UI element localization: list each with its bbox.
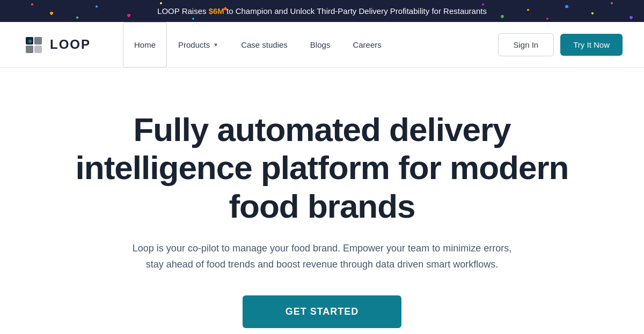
svg-rect-1 <box>34 37 42 44</box>
signin-button[interactable]: Sign In <box>498 33 554 56</box>
hero-subtitle: Loop is your co-pilot to manage your foo… <box>129 240 515 273</box>
nav-case-studies[interactable]: Case studies <box>230 22 299 68</box>
hero-title: Fully automated delivery intelligence pl… <box>54 110 590 225</box>
nav-products[interactable]: Products ▼ <box>167 22 230 68</box>
announcement-bar: LOOP Raises $6M to Champion and Unlock T… <box>0 0 644 22</box>
logo-icon <box>21 33 46 57</box>
navbar: LOOP Home Products ▼ Case studies Blogs … <box>0 22 644 68</box>
nav-links: Home Products ▼ Case studies Blogs Caree… <box>123 22 498 68</box>
nav-blogs[interactable]: Blogs <box>299 22 342 68</box>
announcement-suffix: to Champion and Unlock Third-Party Deliv… <box>224 6 487 16</box>
get-started-button[interactable]: GET STARTED <box>243 295 402 328</box>
nav-careers[interactable]: Careers <box>341 22 392 68</box>
logo-link[interactable]: LOOP <box>21 33 91 57</box>
svg-rect-2 <box>26 46 33 53</box>
products-chevron-icon: ▼ <box>213 42 218 48</box>
nav-home[interactable]: Home <box>123 22 167 68</box>
announcement-highlight: $6M <box>209 6 224 16</box>
try-now-button[interactable]: Try It Now <box>560 34 623 56</box>
hero-section: Fully automated delivery intelligence pl… <box>0 68 644 334</box>
svg-rect-3 <box>34 46 42 53</box>
nav-actions: Sign In Try It Now <box>498 33 623 56</box>
announcement-prefix: LOOP Raises <box>157 6 209 16</box>
logo-text: LOOP <box>50 37 91 52</box>
